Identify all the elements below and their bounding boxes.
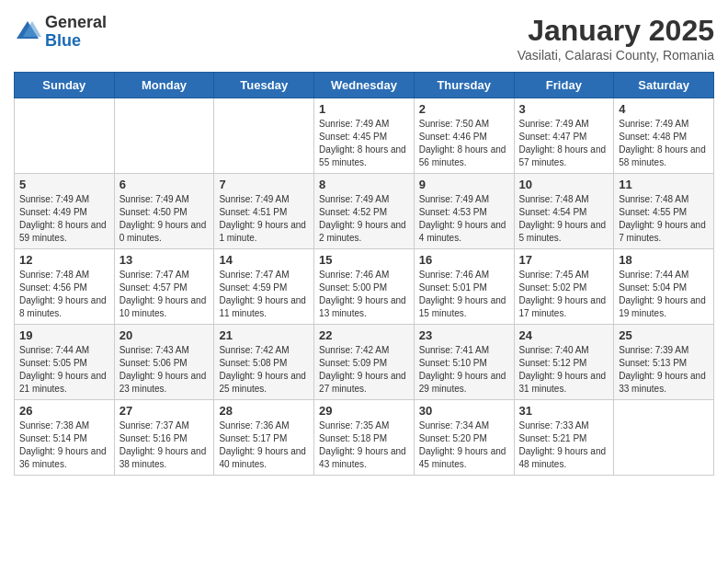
day-number: 22: [319, 328, 409, 342]
calendar-week-row: 19Sunrise: 7:44 AM Sunset: 5:05 PM Dayli…: [15, 325, 714, 400]
logo-blue: Blue: [45, 31, 81, 50]
day-number: 14: [219, 253, 309, 267]
calendar-table: SundayMondayTuesdayWednesdayThursdayFrid…: [14, 72, 714, 476]
logo-icon: [14, 18, 41, 46]
day-number: 9: [419, 178, 509, 191]
calendar-cell: [15, 98, 115, 174]
calendar-cell: 14Sunrise: 7:47 AM Sunset: 4:59 PM Dayli…: [214, 249, 314, 325]
logo-general: General: [45, 13, 107, 31]
weekday-header-cell: Thursday: [414, 73, 514, 98]
day-info: Sunrise: 7:44 AM Sunset: 5:04 PM Dayligh…: [619, 269, 709, 320]
calendar-cell: 19Sunrise: 7:44 AM Sunset: 5:05 PM Dayli…: [15, 325, 115, 400]
day-info: Sunrise: 7:49 AM Sunset: 4:47 PM Dayligh…: [519, 118, 609, 169]
calendar-week-row: 1Sunrise: 7:49 AM Sunset: 4:45 PM Daylig…: [15, 98, 714, 174]
calendar-cell: [114, 98, 214, 174]
day-info: Sunrise: 7:46 AM Sunset: 5:01 PM Dayligh…: [419, 269, 509, 320]
day-number: 11: [619, 178, 709, 191]
calendar-cell: 31Sunrise: 7:33 AM Sunset: 5:21 PM Dayli…: [514, 400, 614, 476]
day-number: 2: [419, 102, 509, 116]
day-number: 12: [19, 253, 109, 267]
calendar-week-row: 5Sunrise: 7:49 AM Sunset: 4:49 PM Daylig…: [15, 174, 714, 249]
weekday-header-cell: Saturday: [614, 73, 714, 98]
day-number: 13: [119, 253, 210, 267]
calendar-cell: 23Sunrise: 7:41 AM Sunset: 5:10 PM Dayli…: [414, 325, 514, 400]
calendar-cell: 17Sunrise: 7:45 AM Sunset: 5:02 PM Dayli…: [514, 249, 614, 325]
calendar-cell: 6Sunrise: 7:49 AM Sunset: 4:50 PM Daylig…: [114, 174, 214, 249]
day-number: 7: [219, 178, 309, 191]
calendar-cell: 27Sunrise: 7:37 AM Sunset: 5:16 PM Dayli…: [114, 400, 214, 476]
calendar-cell: 3Sunrise: 7:49 AM Sunset: 4:47 PM Daylig…: [514, 98, 614, 174]
day-number: 28: [219, 404, 309, 418]
calendar-cell: 22Sunrise: 7:42 AM Sunset: 5:09 PM Dayli…: [314, 325, 415, 400]
calendar-cell: 29Sunrise: 7:35 AM Sunset: 5:18 PM Dayli…: [314, 400, 415, 476]
day-info: Sunrise: 7:49 AM Sunset: 4:53 PM Dayligh…: [419, 193, 509, 245]
day-info: Sunrise: 7:44 AM Sunset: 5:05 PM Dayligh…: [19, 344, 109, 396]
calendar-week-row: 26Sunrise: 7:38 AM Sunset: 5:14 PM Dayli…: [15, 400, 714, 476]
day-number: 27: [119, 404, 210, 418]
day-number: 26: [19, 404, 109, 418]
day-info: Sunrise: 7:47 AM Sunset: 4:59 PM Dayligh…: [219, 269, 309, 320]
day-info: Sunrise: 7:49 AM Sunset: 4:52 PM Dayligh…: [319, 193, 409, 245]
day-number: 31: [519, 404, 609, 418]
calendar-cell: 28Sunrise: 7:36 AM Sunset: 5:17 PM Dayli…: [214, 400, 314, 476]
day-number: 17: [519, 253, 609, 267]
day-number: 19: [19, 328, 109, 342]
calendar-cell: 4Sunrise: 7:49 AM Sunset: 4:48 PM Daylig…: [614, 98, 714, 174]
day-info: Sunrise: 7:37 AM Sunset: 5:16 PM Dayligh…: [119, 419, 210, 471]
day-number: 25: [619, 328, 709, 342]
calendar-cell: 20Sunrise: 7:43 AM Sunset: 5:06 PM Dayli…: [114, 325, 214, 400]
day-info: Sunrise: 7:35 AM Sunset: 5:18 PM Dayligh…: [319, 419, 409, 471]
calendar-cell: 11Sunrise: 7:48 AM Sunset: 4:55 PM Dayli…: [614, 174, 714, 249]
day-number: 20: [119, 328, 210, 342]
calendar-cell: 5Sunrise: 7:49 AM Sunset: 4:49 PM Daylig…: [15, 174, 115, 249]
calendar-cell: 2Sunrise: 7:50 AM Sunset: 4:46 PM Daylig…: [414, 98, 514, 174]
day-info: Sunrise: 7:33 AM Sunset: 5:21 PM Dayligh…: [519, 419, 609, 471]
day-info: Sunrise: 7:48 AM Sunset: 4:55 PM Dayligh…: [619, 193, 709, 245]
day-info: Sunrise: 7:48 AM Sunset: 4:56 PM Dayligh…: [19, 269, 109, 320]
day-number: 8: [319, 178, 409, 191]
day-info: Sunrise: 7:38 AM Sunset: 5:14 PM Dayligh…: [19, 419, 109, 471]
day-number: 29: [319, 404, 409, 418]
calendar-cell: 12Sunrise: 7:48 AM Sunset: 4:56 PM Dayli…: [15, 249, 115, 325]
calendar-cell: 9Sunrise: 7:49 AM Sunset: 4:53 PM Daylig…: [414, 174, 514, 249]
calendar-body: 1Sunrise: 7:49 AM Sunset: 4:45 PM Daylig…: [15, 98, 714, 476]
day-info: Sunrise: 7:49 AM Sunset: 4:50 PM Dayligh…: [119, 193, 210, 245]
weekday-header-cell: Sunday: [15, 73, 115, 98]
day-info: Sunrise: 7:34 AM Sunset: 5:20 PM Dayligh…: [419, 419, 509, 471]
day-info: Sunrise: 7:36 AM Sunset: 5:17 PM Dayligh…: [219, 419, 309, 471]
weekday-header-cell: Friday: [514, 73, 614, 98]
day-number: 10: [519, 178, 609, 191]
calendar-cell: [214, 98, 314, 174]
calendar-cell: 18Sunrise: 7:44 AM Sunset: 5:04 PM Dayli…: [614, 249, 714, 325]
day-info: Sunrise: 7:49 AM Sunset: 4:45 PM Dayligh…: [319, 118, 409, 169]
calendar-week-row: 12Sunrise: 7:48 AM Sunset: 4:56 PM Dayli…: [15, 249, 714, 325]
weekday-header-cell: Monday: [114, 73, 214, 98]
day-number: 1: [319, 102, 409, 116]
day-info: Sunrise: 7:43 AM Sunset: 5:06 PM Dayligh…: [119, 344, 210, 396]
day-info: Sunrise: 7:41 AM Sunset: 5:10 PM Dayligh…: [419, 344, 509, 396]
day-info: Sunrise: 7:46 AM Sunset: 5:00 PM Dayligh…: [319, 269, 409, 320]
calendar-cell: [614, 400, 714, 476]
day-number: 21: [219, 328, 309, 342]
calendar-cell: 26Sunrise: 7:38 AM Sunset: 5:14 PM Dayli…: [15, 400, 115, 476]
weekday-header-row: SundayMondayTuesdayWednesdayThursdayFrid…: [15, 73, 714, 98]
day-number: 6: [119, 178, 210, 191]
weekday-header-cell: Tuesday: [214, 73, 314, 98]
day-number: 5: [19, 178, 109, 191]
day-number: 18: [619, 253, 709, 267]
day-number: 4: [619, 102, 709, 116]
day-number: 23: [419, 328, 509, 342]
day-info: Sunrise: 7:50 AM Sunset: 4:46 PM Dayligh…: [419, 118, 509, 169]
month-title: January 2025: [518, 14, 714, 48]
day-info: Sunrise: 7:49 AM Sunset: 4:49 PM Dayligh…: [19, 193, 109, 245]
logo-text: General Blue: [45, 14, 107, 51]
calendar-cell: 21Sunrise: 7:42 AM Sunset: 5:08 PM Dayli…: [214, 325, 314, 400]
day-number: 15: [319, 253, 409, 267]
day-number: 3: [519, 102, 609, 116]
day-number: 24: [519, 328, 609, 342]
day-info: Sunrise: 7:42 AM Sunset: 5:08 PM Dayligh…: [219, 344, 309, 396]
day-info: Sunrise: 7:45 AM Sunset: 5:02 PM Dayligh…: [519, 269, 609, 320]
day-info: Sunrise: 7:49 AM Sunset: 4:51 PM Dayligh…: [219, 193, 309, 245]
calendar-cell: 30Sunrise: 7:34 AM Sunset: 5:20 PM Dayli…: [414, 400, 514, 476]
calendar-cell: 24Sunrise: 7:40 AM Sunset: 5:12 PM Dayli…: [514, 325, 614, 400]
